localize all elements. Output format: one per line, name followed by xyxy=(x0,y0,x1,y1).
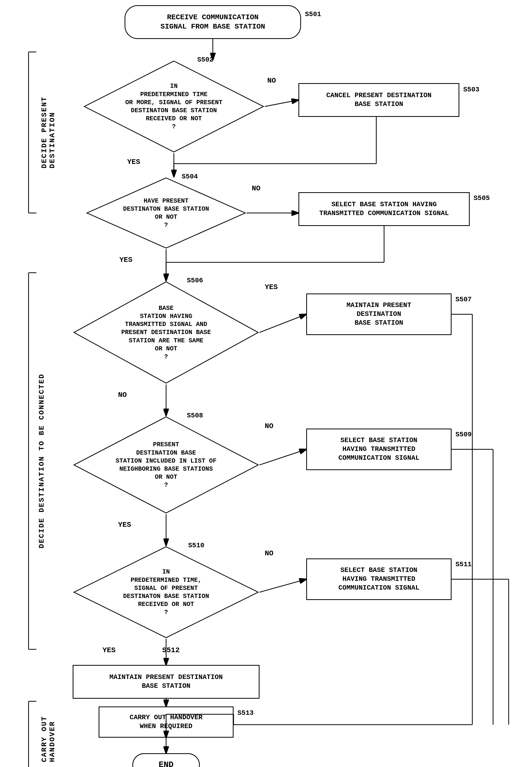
step-s504: S504 xyxy=(182,173,198,180)
label-s510-yes: YES xyxy=(103,646,115,654)
step-s503: S503 xyxy=(463,86,479,93)
node-s502-label: INPREDETERMINED TIMEOR MORE, SIGNAL OF P… xyxy=(123,79,225,133)
node-end: END xyxy=(132,753,200,767)
step-s507: S507 xyxy=(455,296,472,303)
node-s513: CARRY OUT HANDOVERWHEN REQUIRED xyxy=(99,707,234,738)
step-s511: S511 xyxy=(455,560,472,568)
node-s510: INPREDETERMINED TIME,SIGNAL OF PRESENTDE… xyxy=(73,545,260,639)
label-s508-no: NO xyxy=(265,422,274,430)
step-s501: S501 xyxy=(305,10,321,18)
svg-line-24 xyxy=(260,579,306,592)
node-s501-label: RECEIVE COMMUNICATION SIGNAL FROM BASE S… xyxy=(160,13,265,32)
svg-line-12 xyxy=(260,314,306,333)
node-s503: CANCEL PRESENT DESTINATIONBASE STATION xyxy=(298,83,459,117)
step-s502: S502 xyxy=(197,56,213,64)
node-s512: MAINTAIN PRESENT DESTINATIONBASE STATION xyxy=(73,665,260,699)
node-s507-label: MAINTAIN PRESENTDESTINATIONBASE STATION xyxy=(346,301,411,327)
node-end-label: END xyxy=(159,759,174,767)
step-s505: S505 xyxy=(474,194,490,202)
node-s508-label: PRESENTDESTINATION BASESTATION INCLUDED … xyxy=(113,438,219,492)
node-s504: HAVE PRESENTDESTINATON BASE STATIONOR NO… xyxy=(86,176,247,249)
node-s503-label: CANCEL PRESENT DESTINATIONBASE STATION xyxy=(326,91,432,109)
step-s508: S508 xyxy=(187,412,203,419)
side-label-decide-present: DECIDE PRESENTDESTINATION xyxy=(40,52,56,213)
node-s511: SELECT BASE STATIONHAVING TRANSMITTEDCOM… xyxy=(306,558,452,600)
svg-line-20 xyxy=(260,449,306,465)
node-s510-label: INPREDETERMINED TIME,SIGNAL OF PRESENTDE… xyxy=(120,565,212,619)
node-s507: MAINTAIN PRESENTDESTINATIONBASE STATION xyxy=(306,294,452,335)
label-s506-yes: YES xyxy=(265,283,278,291)
step-s513: S513 xyxy=(237,709,254,717)
node-s501: RECEIVE COMMUNICATION SIGNAL FROM BASE S… xyxy=(125,5,301,39)
label-s512-step: S512 xyxy=(162,646,180,654)
label-s510-no: NO xyxy=(265,549,274,557)
node-s512-label: MAINTAIN PRESENT DESTINATIONBASE STATION xyxy=(110,673,223,691)
label-s504-yes: YES xyxy=(119,256,132,264)
node-s505: SELECT BASE STATION HAVINGTRANSMITTED CO… xyxy=(298,192,470,226)
label-s506-no: NO xyxy=(118,391,127,399)
node-s513-label: CARRY OUT HANDOVERWHEN REQUIRED xyxy=(130,713,203,731)
node-s502: INPREDETERMINED TIMEOR MORE, SIGNAL OF P… xyxy=(83,60,265,153)
step-s509: S509 xyxy=(455,431,472,438)
label-s502-no: NO xyxy=(267,77,276,85)
node-s506: BASESTATION HAVINGTRANSMITTED SIGNAL AND… xyxy=(73,281,260,384)
label-s508-yes: YES xyxy=(118,521,131,529)
node-s506-label: BASESTATION HAVINGTRANSMITTED SIGNAL AND… xyxy=(119,302,214,363)
side-label-decide-destination: DECIDE DESTINATION TO BE CONNECTED xyxy=(38,273,46,649)
label-s502-yes: YES xyxy=(127,158,140,166)
node-s511-label: SELECT BASE STATIONHAVING TRANSMITTEDCOM… xyxy=(338,566,419,592)
node-s509: SELECT BASE STATIONHAVING TRANSMITTEDCOM… xyxy=(306,429,452,470)
label-s504-no: NO xyxy=(252,184,261,193)
node-s508: PRESENTDESTINATION BASESTATION INCLUDED … xyxy=(73,416,260,514)
svg-line-3 xyxy=(265,100,298,106)
node-s505-label: SELECT BASE STATION HAVINGTRANSMITTED CO… xyxy=(319,200,449,218)
node-s509-label: SELECT BASE STATIONHAVING TRANSMITTEDCOM… xyxy=(338,436,419,462)
step-s510: S510 xyxy=(188,541,204,549)
flowchart: RECEIVE COMMUNICATION SIGNAL FROM BASE S… xyxy=(0,0,532,767)
side-label-carry-out: CARRY OUTHANDOVER xyxy=(40,701,56,767)
step-s506: S506 xyxy=(187,277,203,284)
node-s504-label: HAVE PRESENTDESTINATON BASE STATIONOR NO… xyxy=(120,194,212,232)
